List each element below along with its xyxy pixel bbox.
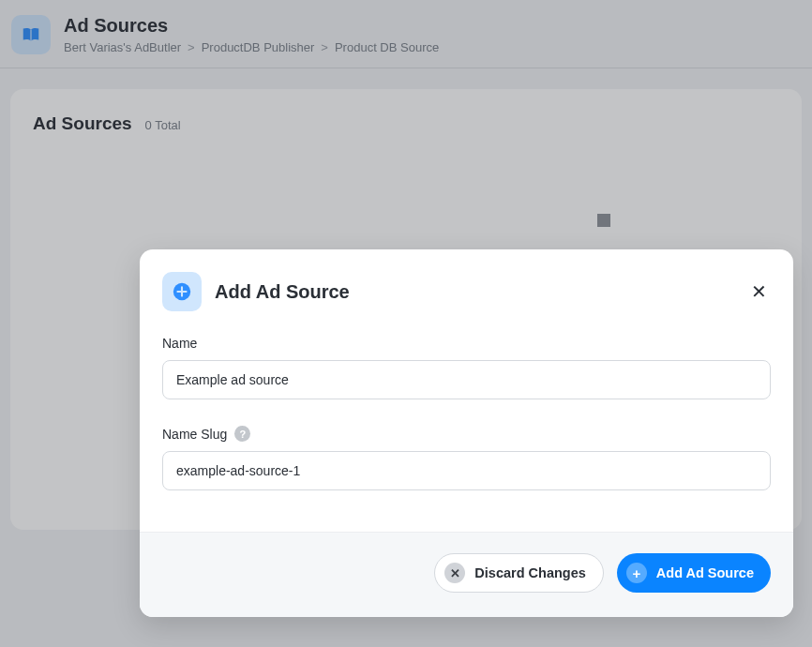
plus-circle-icon xyxy=(162,272,202,311)
add-ad-source-button[interactable]: + Add Ad Source xyxy=(617,553,771,593)
help-icon[interactable]: ? xyxy=(234,426,250,442)
x-circle-icon: ✕ xyxy=(444,563,465,583)
plus-icon: + xyxy=(626,563,647,583)
add-label: Add Ad Source xyxy=(656,565,754,580)
modal-footer: ✕ Discard Changes + Add Ad Source xyxy=(140,532,793,617)
close-icon: ✕ xyxy=(751,281,767,302)
slug-input[interactable] xyxy=(162,451,771,490)
name-input[interactable] xyxy=(162,360,771,399)
add-ad-source-modal: Add Ad Source ✕ Name Name Slug ? ✕ Disca… xyxy=(140,249,793,617)
modal-title: Add Ad Source xyxy=(215,281,350,303)
discard-button[interactable]: ✕ Discard Changes xyxy=(434,553,603,593)
close-button[interactable]: ✕ xyxy=(747,278,771,305)
slug-label: Name Slug xyxy=(162,427,227,442)
name-label: Name xyxy=(162,336,771,351)
discard-label: Discard Changes xyxy=(474,565,585,580)
